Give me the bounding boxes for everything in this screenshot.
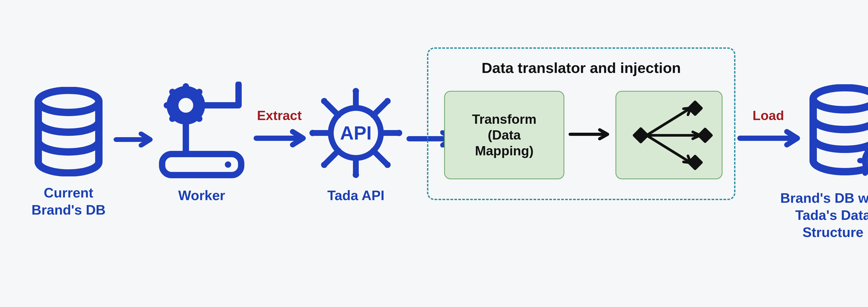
svg-point-24 [396, 130, 402, 136]
worker-icon [154, 81, 249, 179]
svg-point-26 [384, 98, 391, 104]
api-node: API Tada API [308, 87, 403, 204]
fanout-icon [622, 97, 716, 173]
svg-rect-37 [699, 129, 711, 142]
svg-rect-36 [689, 102, 702, 114]
arrow-inner [568, 128, 613, 141]
transform-label: Transform(DataMapping) [472, 111, 537, 159]
transform-box: Transform(DataMapping) [444, 91, 564, 179]
arrow-load [737, 129, 803, 147]
api-icon: API [308, 87, 403, 179]
worker-label: Worker [154, 187, 249, 204]
svg-rect-38 [689, 156, 702, 169]
source-db-label: CurrentBrand's DB [26, 184, 111, 218]
worker-node: Worker [154, 81, 249, 204]
svg-line-33 [647, 110, 687, 135]
stage-container: Data translator and injection Transform(… [427, 47, 736, 200]
target-db-label: Brand's DB withTada's DataStructure [770, 190, 868, 241]
svg-text:API: API [340, 123, 372, 143]
api-label: Tada API [308, 187, 403, 204]
diagram-canvas: CurrentBrand's DB [0, 0, 868, 307]
svg-point-18 [353, 88, 359, 94]
database-gear-icon [801, 84, 868, 182]
svg-point-22 [309, 130, 316, 136]
svg-point-20 [353, 172, 359, 178]
stage-title: Data translator and injection [428, 59, 734, 76]
svg-point-27 [321, 162, 328, 168]
svg-line-50 [865, 170, 868, 173]
svg-line-35 [647, 135, 687, 161]
svg-line-48 [865, 148, 868, 151]
extract-label: Extract [257, 108, 302, 123]
svg-point-14 [225, 161, 231, 168]
svg-point-0 [38, 90, 99, 112]
svg-point-28 [384, 162, 391, 168]
database-icon [26, 87, 111, 176]
svg-point-40 [813, 88, 868, 110]
svg-point-25 [321, 98, 328, 104]
fanout-box [616, 91, 722, 179]
target-db-node: Brand's DB withTada's DataStructure [801, 84, 868, 241]
load-label: Load [752, 108, 784, 123]
arrow-extract [253, 129, 308, 147]
source-db-node: CurrentBrand's DB [26, 87, 111, 218]
arrow-1 [113, 132, 156, 147]
